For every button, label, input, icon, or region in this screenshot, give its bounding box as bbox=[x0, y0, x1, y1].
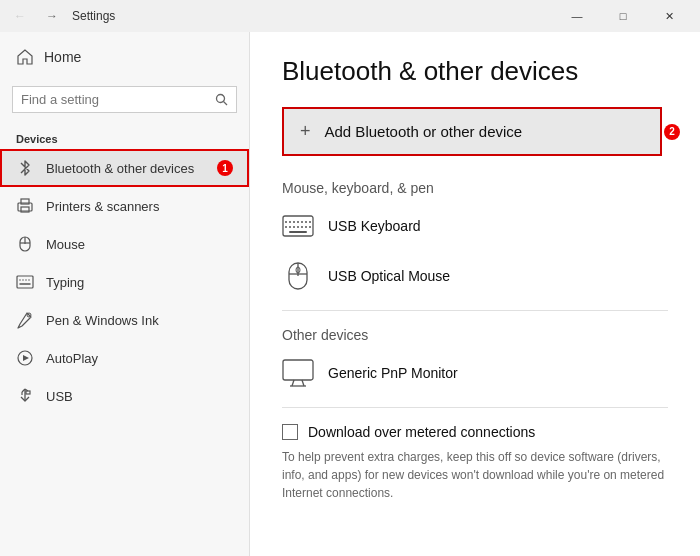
checkbox-helper-text: To help prevent extra charges, keep this… bbox=[282, 448, 668, 502]
sidebar-item-label-mouse: Mouse bbox=[46, 237, 85, 252]
maximize-button[interactable]: □ bbox=[600, 0, 646, 32]
printer-icon bbox=[16, 197, 34, 215]
close-button[interactable]: ✕ bbox=[646, 0, 692, 32]
svg-rect-21 bbox=[26, 391, 30, 394]
typing-icon bbox=[16, 273, 34, 291]
svg-point-0 bbox=[217, 95, 225, 103]
device-item-mouse: USB Optical Mouse bbox=[282, 260, 668, 292]
app-title: Settings bbox=[72, 9, 115, 23]
main-panel: Bluetooth & other devices + Add Bluetoot… bbox=[250, 32, 700, 556]
bluetooth-icon bbox=[16, 159, 34, 177]
usb-icon bbox=[16, 387, 34, 405]
divider-2 bbox=[282, 407, 668, 408]
title-bar-left: ← → Settings bbox=[8, 4, 115, 28]
svg-marker-16 bbox=[23, 355, 29, 361]
search-icon bbox=[215, 93, 228, 106]
plus-icon: + bbox=[300, 121, 311, 142]
sidebar-item-typing[interactable]: Typing bbox=[0, 263, 249, 301]
sidebar-item-printers[interactable]: Printers & scanners bbox=[0, 187, 249, 225]
sidebar-home[interactable]: Home bbox=[0, 32, 249, 82]
sidebar-item-pen[interactable]: Pen & Windows Ink bbox=[0, 301, 249, 339]
checkbox-label: Download over metered connections bbox=[308, 424, 535, 440]
device-item-monitor: Generic PnP Monitor bbox=[282, 357, 668, 389]
svg-line-43 bbox=[292, 380, 294, 386]
sidebar-item-label-pen: Pen & Windows Ink bbox=[46, 313, 159, 328]
sidebar-item-label-typing: Typing bbox=[46, 275, 84, 290]
divider-1 bbox=[282, 310, 668, 311]
sidebar-item-label-autoplay: AutoPlay bbox=[46, 351, 98, 366]
title-bar: ← → Settings — □ ✕ bbox=[0, 0, 700, 32]
svg-line-44 bbox=[302, 380, 304, 386]
optical-mouse-icon bbox=[282, 260, 314, 292]
window-controls: — □ ✕ bbox=[554, 0, 692, 32]
back-arrow[interactable]: ← bbox=[8, 4, 32, 28]
add-device-label: Add Bluetooth or other device bbox=[325, 123, 523, 140]
sidebar-item-bluetooth[interactable]: Bluetooth & other devices 1 bbox=[0, 149, 249, 187]
badge-2: 2 bbox=[664, 124, 680, 140]
sidebar: Home Devices Bluetooth & other devices 1 bbox=[0, 32, 250, 556]
svg-rect-8 bbox=[17, 276, 33, 288]
device-item-keyboard: USB Keyboard bbox=[282, 210, 668, 242]
search-input[interactable] bbox=[21, 92, 209, 107]
section-heading-other-devices: Other devices bbox=[282, 327, 668, 343]
device-name-mouse: USB Optical Mouse bbox=[328, 268, 450, 284]
add-device-button[interactable]: + Add Bluetooth or other device 2 bbox=[282, 107, 662, 156]
section-heading-mouse-keyboard: Mouse, keyboard, & pen bbox=[282, 180, 668, 196]
home-icon bbox=[16, 48, 34, 66]
minimize-button[interactable]: — bbox=[554, 0, 600, 32]
search-box[interactable] bbox=[12, 86, 237, 113]
checkbox-row: Download over metered connections bbox=[282, 424, 668, 440]
sidebar-item-label-usb: USB bbox=[46, 389, 73, 404]
sidebar-item-autoplay[interactable]: AutoPlay bbox=[0, 339, 249, 377]
device-name-keyboard: USB Keyboard bbox=[328, 218, 421, 234]
sidebar-section-label: Devices bbox=[0, 125, 249, 149]
mouse-icon bbox=[16, 235, 34, 253]
badge-1: 1 bbox=[217, 160, 233, 176]
download-checkbox[interactable] bbox=[282, 424, 298, 440]
page-title: Bluetooth & other devices bbox=[282, 56, 668, 87]
svg-line-1 bbox=[224, 102, 228, 106]
sidebar-item-mouse[interactable]: Mouse bbox=[0, 225, 249, 263]
svg-rect-42 bbox=[283, 360, 313, 380]
sidebar-item-usb[interactable]: USB bbox=[0, 377, 249, 415]
forward-arrow[interactable]: → bbox=[40, 4, 64, 28]
monitor-icon bbox=[282, 357, 314, 389]
keyboard-icon bbox=[282, 210, 314, 242]
app-body: Home Devices Bluetooth & other devices 1 bbox=[0, 32, 700, 556]
autoplay-icon bbox=[16, 349, 34, 367]
home-label: Home bbox=[44, 49, 81, 65]
sidebar-item-label-bluetooth: Bluetooth & other devices bbox=[46, 161, 194, 176]
device-name-monitor: Generic PnP Monitor bbox=[328, 365, 458, 381]
pen-icon bbox=[16, 311, 34, 329]
sidebar-item-label-printers: Printers & scanners bbox=[46, 199, 159, 214]
